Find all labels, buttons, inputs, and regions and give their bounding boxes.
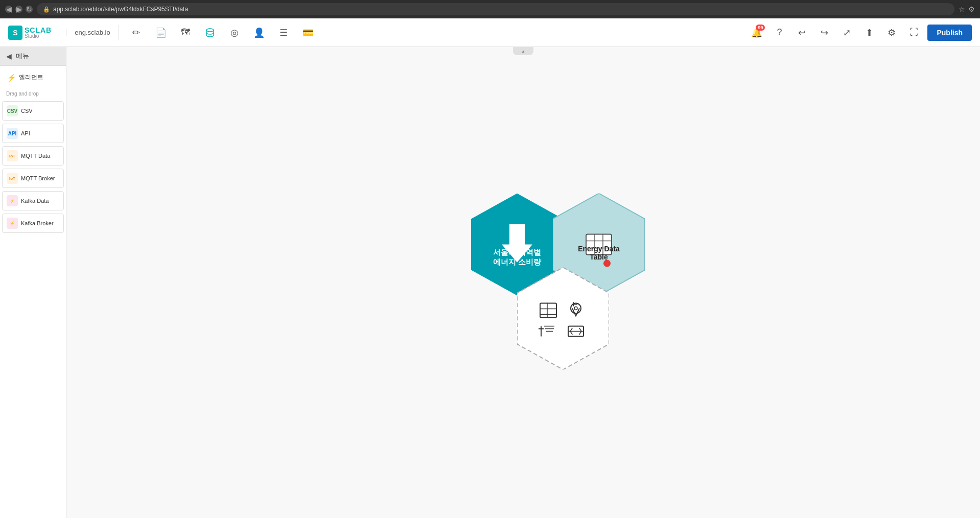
- api-icon: API: [7, 128, 18, 139]
- sidebar-header: ◀ 메뉴: [0, 47, 66, 66]
- sidebar-item-elements[interactable]: ⚡ 엘리먼트: [5, 70, 61, 85]
- add-menu-hex[interactable]: [517, 268, 645, 372]
- kafka-data-label: Kafka Data: [21, 198, 49, 204]
- address-bar[interactable]: 🔒 app.sclab.io/editor/site/pwG4ldxkFCsP9…: [37, 3, 954, 15]
- lock-icon: 🔒: [43, 6, 50, 13]
- canvas-area[interactable]: 서울시 지역별 에너지 소비량: [66, 47, 980, 518]
- collapse-handle[interactable]: [513, 47, 533, 55]
- sidebar-item-mqtt-broker[interactable]: IoT MQTT Broker: [2, 169, 64, 188]
- node1-label-line1: 서울시 지역별: [493, 248, 541, 257]
- settings-btn[interactable]: ⚙: [882, 23, 901, 42]
- node2-label-line1: Energy Data: [578, 245, 620, 253]
- list-btn[interactable]: ☰: [274, 23, 293, 42]
- sidebar-item-kafka-broker[interactable]: ⚡ Kafka Broker: [2, 214, 64, 233]
- sclab-logo: S SCLAB Studio: [8, 26, 52, 40]
- toolbar-right: 🔔 99 ? ↩ ↪ ⤢ ⬆ ⚙ ⛶ Publish: [748, 23, 972, 42]
- app-container: S SCLAB Studio eng.sclab.io ✏ 📄 🗺 ◎ 👤 ☰ …: [0, 18, 980, 518]
- notification-badge: 99: [756, 25, 765, 31]
- sidebar-item-mqtt-data[interactable]: IoT MQTT Data: [2, 146, 64, 166]
- widget-btn[interactable]: ◎: [225, 23, 244, 42]
- svg-point-0: [206, 29, 214, 32]
- canvas-nodes: 서울시 지역별 에너지 소비량: [471, 194, 645, 372]
- browser-actions: ☆ ⚙: [959, 5, 975, 13]
- extension-icon[interactable]: ⚙: [968, 5, 975, 13]
- sidebar-elements-section: ⚡ 엘리먼트: [0, 66, 66, 89]
- payment-btn[interactable]: 💳: [299, 23, 317, 42]
- page-edit-btn[interactable]: 📄: [152, 23, 170, 42]
- publish-button[interactable]: Publish: [927, 25, 972, 41]
- kafka-broker-icon: ⚡: [7, 218, 18, 229]
- red-dot-indicator: [603, 260, 611, 267]
- bookmark-icon[interactable]: ☆: [959, 5, 965, 13]
- mqtt-broker-label: MQTT Broker: [21, 175, 55, 181]
- elements-label: 엘리먼트: [19, 73, 43, 82]
- node2-label-line2: Table: [578, 253, 620, 261]
- url-text: app.sclab.io/editor/site/pwG4ldxkFCsP95S…: [53, 6, 188, 13]
- sidebar-title: 메뉴: [16, 52, 29, 61]
- forward-button[interactable]: ▶: [15, 6, 22, 13]
- mqtt-data-label: MQTT Data: [21, 153, 50, 159]
- mqtt-data-icon: IoT: [7, 150, 18, 161]
- edit-icon-btn[interactable]: ✏: [127, 23, 146, 42]
- sidebar: ◀ 메뉴 ⚡ 엘리먼트 Drag and drop CSV CSV API AP…: [0, 47, 66, 518]
- redo-btn[interactable]: ↪: [815, 23, 833, 42]
- sidebar-item-kafka-data[interactable]: ⚡ Kafka Data: [2, 191, 64, 210]
- sidebar-item-csv[interactable]: CSV CSV: [2, 101, 64, 121]
- csv-icon: CSV: [7, 105, 18, 116]
- kafka-data-icon: ⚡: [7, 195, 18, 206]
- elements-icon: ⚡: [7, 74, 16, 82]
- reload-button[interactable]: ↻: [26, 6, 33, 13]
- notification-button[interactable]: 🔔 99: [748, 23, 766, 42]
- svg-marker-9: [517, 268, 609, 370]
- node1-label-line2: 에너지 소비량: [493, 257, 541, 267]
- browser-nav-controls: ◀ ▶ ↻: [5, 6, 33, 13]
- back-button[interactable]: ◀: [5, 6, 12, 13]
- map-btn[interactable]: 🗺: [176, 23, 195, 42]
- sidebar-item-api[interactable]: API API: [2, 124, 64, 143]
- toolbar-divider-1: [119, 25, 119, 40]
- fullscreen-btn[interactable]: ⛶: [905, 23, 923, 42]
- sclab-logo-icon: S: [8, 26, 22, 40]
- browser-chrome: ◀ ▶ ↻ 🔒 app.sclab.io/editor/site/pwG4ldx…: [0, 0, 980, 18]
- undo-btn[interactable]: ↩: [792, 23, 811, 42]
- drag-drop-label: Drag and drop: [0, 89, 66, 100]
- help-btn[interactable]: ?: [770, 23, 788, 42]
- share-btn[interactable]: ⤢: [837, 23, 856, 42]
- users-btn[interactable]: 👤: [250, 23, 268, 42]
- logo-area: S SCLAB Studio: [8, 26, 52, 40]
- sidebar-toggle-button[interactable]: ◀: [5, 51, 13, 61]
- export-btn[interactable]: ⬆: [860, 23, 878, 42]
- csv-label: CSV: [21, 108, 33, 114]
- site-url: eng.sclab.io: [66, 29, 110, 36]
- api-label: API: [21, 130, 30, 136]
- kafka-broker-label: Kafka Broker: [21, 220, 54, 226]
- mqtt-broker-icon: IoT: [7, 173, 18, 184]
- data-btn[interactable]: [201, 23, 219, 42]
- main-area: ◀ 메뉴 ⚡ 엘리먼트 Drag and drop CSV CSV API AP…: [0, 47, 980, 518]
- main-toolbar: S SCLAB Studio eng.sclab.io ✏ 📄 🗺 ◎ 👤 ☰ …: [0, 18, 980, 47]
